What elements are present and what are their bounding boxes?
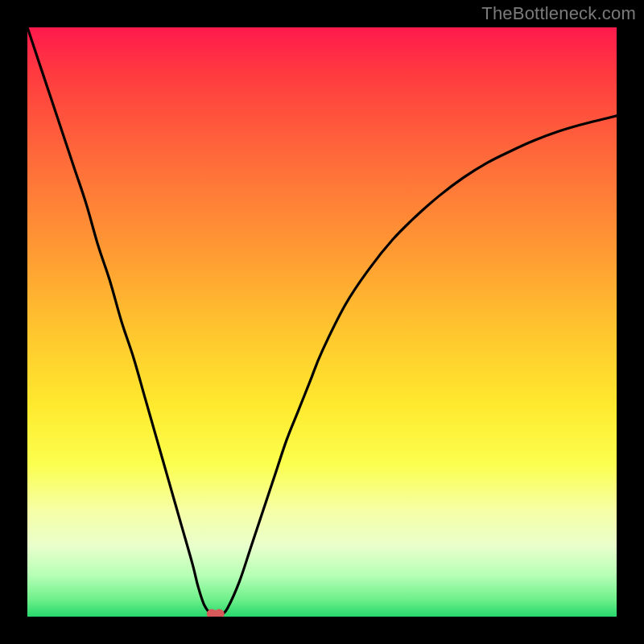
watermark-text: TheBottleneck.com xyxy=(481,3,636,24)
plot-area xyxy=(27,27,617,617)
svg-point-1 xyxy=(214,609,224,617)
curve-svg xyxy=(27,27,617,617)
bottleneck-curve xyxy=(27,27,617,616)
chart-frame: TheBottleneck.com xyxy=(0,0,644,644)
minimum-marker xyxy=(207,609,224,617)
